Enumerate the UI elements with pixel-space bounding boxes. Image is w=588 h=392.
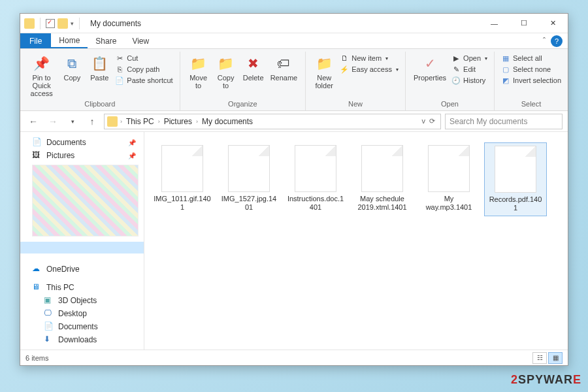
new-folder-button[interactable]: 📁New folder: [311, 53, 337, 91]
tree-3dobjects[interactable]: ▣3D Objects: [20, 294, 144, 307]
history-button[interactable]: 🕘History: [450, 75, 489, 86]
file-item[interactable]: May schedule 2019.xtml.1401: [351, 142, 414, 216]
history-icon: 🕘: [451, 76, 461, 85]
invert-selection-button[interactable]: ◩Invert selection: [500, 75, 563, 86]
tree-music[interactable]: ♪Music: [20, 346, 144, 350]
tree-desktop[interactable]: 🖵Desktop: [20, 307, 144, 320]
tree-downloads[interactable]: ⬇Downloads: [20, 333, 144, 346]
explorer-window: ▾ My documents — ☐ ✕ File Home Share Vie…: [20, 13, 568, 366]
paste-shortcut-button[interactable]: 📄Paste shortcut: [114, 75, 174, 86]
cut-button[interactable]: ✂Cut: [114, 53, 174, 63]
file-thumb: [295, 145, 336, 192]
help-icon[interactable]: ?: [551, 35, 563, 47]
new-item-button[interactable]: 🗋New item▾: [338, 53, 400, 63]
breadcrumb-mydocuments[interactable]: My documents: [199, 117, 255, 126]
recent-dropdown-icon[interactable]: ▾: [65, 114, 80, 129]
onedrive-icon: ☁: [32, 264, 42, 274]
file-item-selected[interactable]: Records.pdf.1401: [484, 142, 547, 216]
file-list[interactable]: IMG_1011.gif.1401 IMG_1527.jpg.1401 Inst…: [144, 132, 568, 350]
group-label: Clipboard: [25, 99, 174, 110]
view-details-button[interactable]: ☷: [532, 352, 547, 364]
delete-button[interactable]: ✖Delete: [240, 53, 267, 83]
tab-home[interactable]: Home: [51, 33, 88, 48]
tab-file[interactable]: File: [20, 33, 51, 48]
watermark: 2SPYWARE: [511, 373, 581, 387]
tree-onedrive[interactable]: ☁OneDrive: [20, 263, 144, 276]
copy-to-button[interactable]: 📁Copy to: [213, 53, 239, 91]
forward-button[interactable]: →: [45, 114, 61, 129]
minimize-button[interactable]: —: [480, 14, 509, 33]
tree-thispc[interactable]: 🖥This PC: [20, 281, 144, 294]
open-button[interactable]: ▶Open▾: [450, 53, 489, 63]
properties-icon: ✓: [421, 54, 439, 73]
file-name: Records.pdf.1401: [487, 195, 544, 212]
desktop-icon: 🖵: [44, 308, 54, 319]
move-to-icon: 📁: [189, 54, 208, 73]
pictures-icon: 🖼: [32, 150, 42, 161]
select-none-icon: ▢: [501, 65, 510, 74]
select-all-icon: ▦: [501, 54, 510, 63]
pin-quick-access-button[interactable]: 📌Pin to Quick access: [25, 53, 57, 99]
collapse-ribbon-icon[interactable]: ˆ: [538, 33, 551, 48]
back-button[interactable]: ←: [25, 114, 41, 129]
explorer-body: 📄Documents📌 🖼Pictures📌 ☁OneDrive 🖥This P…: [20, 132, 568, 350]
chevron-right-icon: ›: [158, 118, 160, 125]
tree-selected-item[interactable]: [20, 242, 144, 253]
file-item[interactable]: My way.mp3.1401: [417, 142, 480, 216]
folder-icon: [107, 116, 118, 127]
qat-check-icon[interactable]: [46, 19, 55, 28]
divider: [40, 18, 41, 29]
up-button[interactable]: ↑: [84, 114, 100, 129]
title-bar: ▾ My documents — ☐ ✕: [20, 14, 568, 33]
breadcrumb-thispc[interactable]: This PC: [123, 117, 157, 126]
file-item[interactable]: Instructions.doc.1401: [284, 142, 347, 216]
music-icon: ♪: [44, 348, 54, 350]
rename-icon: 🏷: [274, 54, 293, 73]
qat-dropdown-icon[interactable]: ▾: [71, 20, 74, 27]
ribbon-tabs: File Home Share View ˆ ?: [20, 33, 568, 49]
folder-preview: [32, 165, 139, 237]
copy-button[interactable]: ⧉Copy: [59, 53, 85, 83]
tree-documents2[interactable]: 📄Documents: [20, 320, 144, 333]
tree-pictures[interactable]: 🖼Pictures📌: [20, 149, 144, 162]
file-thumb: [361, 145, 403, 192]
address-bar[interactable]: › This PC › Pictures › My documents v ⟳: [104, 114, 441, 129]
file-item[interactable]: IMG_1011.gif.1401: [151, 142, 214, 216]
paste-button[interactable]: 📋Paste: [86, 53, 112, 83]
tree-documents[interactable]: 📄Documents📌: [20, 136, 144, 149]
chevron-right-icon: ›: [196, 118, 198, 125]
copy-path-icon: ⎘: [115, 65, 124, 74]
close-button[interactable]: ✕: [538, 14, 568, 33]
watermark-spyware: SPYWAR: [518, 373, 573, 386]
address-dropdown-icon[interactable]: v: [422, 117, 426, 125]
folder-icon[interactable]: [57, 18, 68, 29]
refresh-icon[interactable]: ⟳: [429, 117, 435, 125]
breadcrumb-pictures[interactable]: Pictures: [161, 117, 195, 126]
rename-button[interactable]: 🏷Rename: [268, 53, 301, 83]
chevron-right-icon: ›: [120, 118, 122, 125]
file-thumb: [495, 146, 536, 193]
maximize-button[interactable]: ☐: [509, 14, 538, 33]
copy-path-button[interactable]: ⎘Copy path: [114, 64, 174, 74]
edit-button[interactable]: ✎Edit: [450, 64, 489, 74]
ribbon: 📌Pin to Quick access ⧉Copy 📋Paste ✂Cut ⎘…: [20, 49, 568, 111]
file-name: IMG_1527.jpg.1401: [220, 195, 278, 212]
search-input[interactable]: Search My documents: [445, 114, 563, 129]
invert-selection-icon: ◩: [501, 76, 510, 85]
select-none-button[interactable]: ▢Select none: [500, 64, 563, 74]
navigation-tree[interactable]: 📄Documents📌 🖼Pictures📌 ☁OneDrive 🖥This P…: [20, 132, 144, 350]
file-thumb: [161, 145, 203, 192]
thispc-icon: 🖥: [32, 282, 42, 293]
navigation-bar: ← → ▾ ↑ › This PC › Pictures › My docume…: [20, 111, 568, 132]
tab-share[interactable]: Share: [88, 33, 124, 48]
select-all-button[interactable]: ▦Select all: [500, 53, 563, 63]
properties-button[interactable]: ✓Properties: [411, 53, 449, 83]
view-large-button[interactable]: ▦: [548, 352, 563, 364]
file-item[interactable]: IMG_1527.jpg.1401: [218, 142, 280, 216]
watermark-2: 2: [511, 373, 518, 386]
easy-access-button[interactable]: ⚡Easy access▾: [338, 64, 400, 74]
status-bar: 6 items ☷ ▦: [20, 350, 568, 365]
pin-icon: 📌: [128, 152, 141, 159]
move-to-button[interactable]: 📁Move to: [186, 53, 212, 91]
tab-view[interactable]: View: [124, 33, 157, 48]
